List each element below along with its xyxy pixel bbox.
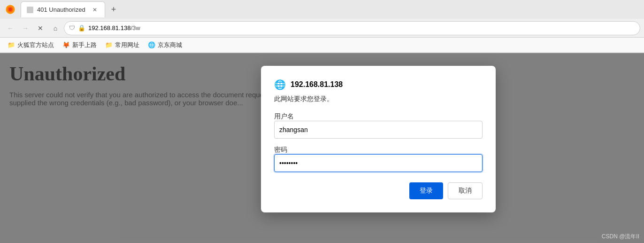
bookmark-newbie-label: 新手上路 — [72, 41, 97, 49]
tab-bar: 401 Unauthorized ✕ + — [0, 0, 644, 19]
bookmark-common-label: 常用网址 — [115, 41, 139, 49]
username-label: 用户名 — [274, 112, 294, 120]
auth-subtitle: 此网站要求您登录。 — [274, 95, 483, 103]
tab-title: 401 Unauthorized — [37, 6, 87, 13]
auth-dialog-buttons: 登录 取消 — [274, 182, 483, 199]
auth-dialog-header: 🌐 192.168.81.138 — [274, 79, 483, 90]
bookmark-newbie[interactable]: 🦊 新手上路 — [59, 39, 100, 51]
home-button[interactable]: ⌂ — [49, 22, 62, 35]
folder-icon: 📁 — [8, 41, 15, 48]
auth-overlay: 🌐 192.168.81.138 此网站要求您登录。 用户名 密码 登录 取消 — [0, 53, 644, 243]
login-button[interactable]: 登录 — [409, 182, 443, 199]
tab-close-button[interactable]: ✕ — [91, 6, 99, 14]
address-bar[interactable]: 🛡 🔒 192.168.81.138/3w — [64, 21, 640, 35]
navigation-bar: ← → ✕ ⌂ 🛡 🔒 192.168.81.138/3w — [0, 19, 644, 38]
forward-button[interactable]: → — [19, 22, 32, 35]
close-reload-button[interactable]: ✕ — [34, 22, 47, 35]
shield-icon: 🛡 — [69, 24, 75, 31]
password-input[interactable] — [274, 154, 483, 172]
active-tab[interactable]: 401 Unauthorized ✕ — [21, 1, 105, 17]
cancel-button[interactable]: 取消 — [448, 182, 483, 199]
firefox-logo-icon — [4, 3, 17, 16]
username-input[interactable] — [274, 121, 483, 139]
new-tab-button[interactable]: + — [107, 3, 120, 16]
back-button[interactable]: ← — [4, 22, 17, 35]
bookmark-common[interactable]: 📁 常用网址 — [101, 39, 143, 51]
address-host: 192.168.81.138 — [88, 24, 130, 31]
firefox-small-icon: 🦊 — [62, 41, 70, 48]
bookmark-jd-label: 京东商城 — [158, 41, 182, 49]
bookmark-jd[interactable]: 🌐 京东商城 — [144, 39, 186, 51]
svg-point-2 — [9, 8, 12, 11]
bookmark-firefox-label: 火狐官方站点 — [17, 41, 54, 49]
auth-domain: 192.168.81.138 — [291, 80, 343, 89]
page-content: Unauthorized This server could not verif… — [0, 53, 644, 243]
tab-favicon-icon — [27, 7, 33, 13]
auth-dialog: 🌐 192.168.81.138 此网站要求您登录。 用户名 密码 登录 取消 — [261, 66, 496, 212]
bookmarks-bar: 📁 火狐官方站点 🦊 新手上路 📁 常用网址 🌐 京东商城 — [0, 38, 644, 53]
address-path: /3w — [130, 24, 140, 31]
globe-small-icon: 🌐 — [148, 41, 155, 48]
password-label: 密码 — [274, 146, 287, 153]
lock-icon: 🔒 — [78, 24, 85, 31]
csdn-watermark: CSDN @流年II — [602, 233, 639, 241]
folder2-icon: 📁 — [105, 41, 113, 48]
bookmark-firefox[interactable]: 📁 火狐官方站点 — [4, 39, 58, 51]
auth-globe-icon: 🌐 — [274, 79, 286, 90]
address-text: 192.168.81.138/3w — [88, 24, 635, 31]
